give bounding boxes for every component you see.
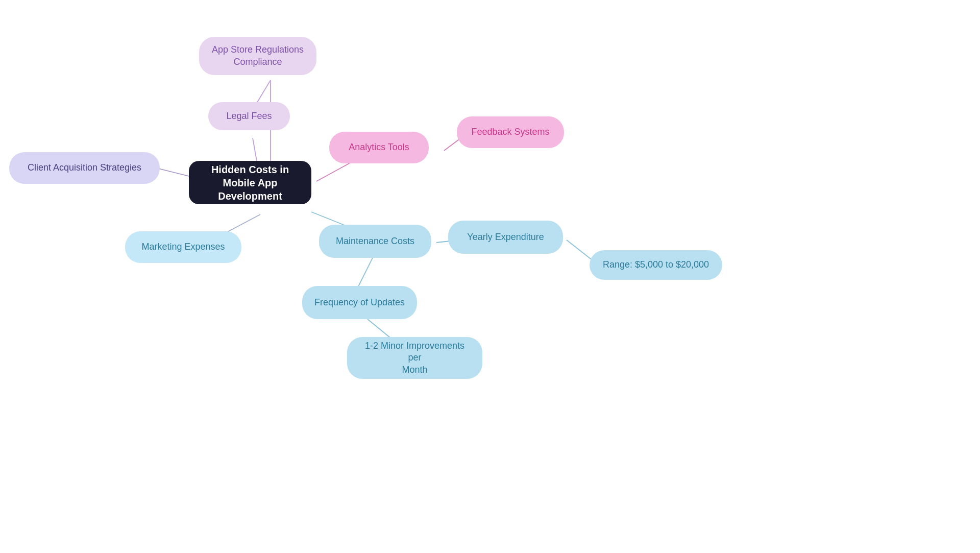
svg-line-11 xyxy=(357,258,373,288)
minor-imp-node: 1-2 Minor Improvements per Month xyxy=(347,337,482,379)
freq-updates-label: Frequency of Updates xyxy=(314,297,405,308)
maintenance-node: Maintenance Costs xyxy=(319,225,431,258)
range-node: Range: $5,000 to $20,000 xyxy=(590,250,722,280)
marketing-node: Marketing Expenses xyxy=(125,231,241,263)
yearly-exp-node: Yearly Expenditure xyxy=(448,221,563,254)
freq-updates-node: Frequency of Updates xyxy=(302,286,417,319)
range-label: Range: $5,000 to $20,000 xyxy=(603,259,709,271)
app-store-label: App Store Regulations Compliance xyxy=(212,44,304,68)
client-acq-label: Client Acquisition Strategies xyxy=(28,162,141,174)
feedback-label: Feedback Systems xyxy=(471,126,549,138)
legal-fees-node: Legal Fees xyxy=(208,102,290,130)
minor-imp-label: 1-2 Minor Improvements per Month xyxy=(358,340,471,376)
client-acq-node: Client Acquisition Strategies xyxy=(9,152,160,184)
feedback-node: Feedback Systems xyxy=(457,116,564,148)
yearly-exp-label: Yearly Expenditure xyxy=(467,231,544,243)
analytics-node: Analytics Tools xyxy=(329,132,429,163)
analytics-label: Analytics Tools xyxy=(349,141,409,153)
legal-fees-label: Legal Fees xyxy=(226,110,272,122)
center-label: Hidden Costs in Mobile App Development xyxy=(200,163,300,203)
center-node: Hidden Costs in Mobile App Development xyxy=(189,161,311,204)
marketing-label: Marketing Expenses xyxy=(141,241,225,253)
app-store-node: App Store Regulations Compliance xyxy=(199,37,316,75)
maintenance-label: Maintenance Costs xyxy=(336,235,414,247)
